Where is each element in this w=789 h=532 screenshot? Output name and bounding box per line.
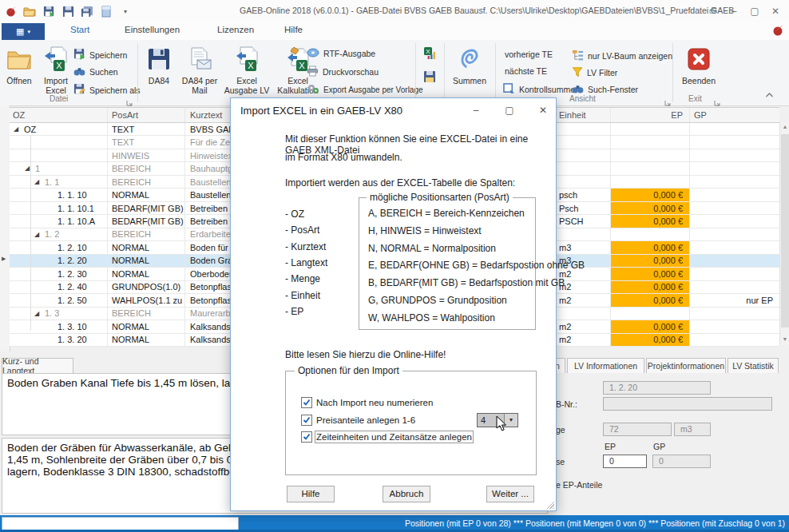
ep-cell: 0,000 € (611, 189, 690, 200)
ep-cell: 0,000 € (611, 255, 690, 267)
save-export-icon[interactable] (42, 4, 56, 18)
kontrollsummen-button[interactable]: Kontrollsummen (503, 83, 580, 96)
tab-projektinformationen[interactable]: Projektinformationen (646, 358, 726, 373)
new-document-icon[interactable] (99, 4, 113, 18)
excel-ausgabe-lv-button[interactable]: X Excel Ausgabe LV (224, 45, 270, 95)
checkbox-icon[interactable] (301, 397, 312, 408)
da84-button[interactable]: DA84 (141, 45, 176, 85)
tab-kurz-und-langtext[interactable]: Kurz- und Langtext (2, 358, 73, 373)
ribbon-style-icon[interactable]: 🗗 (703, 2, 724, 20)
gp-cell (690, 308, 779, 320)
resize-grip[interactable] (545, 500, 554, 509)
import-excel-button[interactable]: X Import Excel (38, 45, 73, 95)
oz-cell: ◢1. 3 (10, 308, 108, 320)
save-as-button[interactable]: Speichern als (73, 83, 141, 97)
save-all-icon[interactable] (80, 4, 94, 18)
tab-lv-informationen[interactable]: LV Informationen (567, 358, 644, 373)
group-label-ansicht: Ansicht (569, 94, 596, 103)
gp-field[interactable]: 0 (652, 455, 711, 468)
oz-cell: 1. 2. 30 (10, 268, 108, 280)
cancel-button[interactable]: Abbruch (383, 486, 430, 502)
oz-value: 1. 3. 20 (10, 335, 87, 344)
scroll-down-icon[interactable]: ▼ (780, 334, 789, 345)
about-logo-icon[interactable] (771, 24, 784, 40)
option-label[interactable]: Zeiteinheiten und Zeitansätze anlegen (316, 432, 472, 442)
maximize-button[interactable]: ▢ (744, 2, 765, 20)
beenden-button[interactable]: Beenden (677, 45, 720, 85)
ep-cell (611, 308, 690, 320)
druckvorschau-button[interactable]: Druckvorschau (307, 66, 379, 78)
da84-per-mail-button[interactable]: DA84 per Mail (179, 45, 220, 95)
import-column-item: - EP (285, 306, 303, 317)
header-posart[interactable]: PosArt (108, 108, 185, 122)
tab-hilfe[interactable]: Hilfe (284, 25, 303, 34)
svg-text:X: X (248, 61, 254, 70)
vorherige-te-button[interactable]: vorherige TE (505, 50, 553, 59)
tab-einstellungen[interactable]: Einstellungen (125, 25, 180, 34)
naechste-te-button[interactable]: nächste TE (505, 66, 547, 76)
app-menu-button[interactable]: ▦▾ (2, 23, 45, 40)
tree-expand-icon[interactable]: ◢ (34, 231, 39, 238)
scroll-up-icon[interactable]: ▲ (780, 121, 789, 133)
gp-cell (690, 215, 779, 227)
application-window: ▾ GAEB-Online 2018 (v6.0.0.1) - GAEB-Dat… (0, 0, 789, 532)
dialog-maximize-button[interactable]: ▢ (502, 103, 517, 117)
tree-expand-icon[interactable]: ◢ (34, 178, 39, 185)
status-progress-box (2, 517, 239, 530)
menge-field[interactable]: 72 (603, 423, 672, 436)
save-button[interactable]: Speichern (73, 48, 127, 62)
next-button[interactable]: Weiter ... (486, 486, 534, 502)
quick-access-dropdown-icon[interactable]: ▾ (118, 4, 133, 18)
tab-lv-statistik[interactable]: LV Statistik (728, 358, 779, 373)
oz-value: 1. 1. 10 (10, 190, 87, 200)
minimize-button[interactable]: – (724, 2, 744, 20)
header-ep[interactable]: EP (611, 108, 690, 122)
scrollbar-thumb[interactable] (781, 134, 789, 328)
options-legend: Optionen für den Import (295, 365, 402, 376)
header-oz[interactable]: OZ (10, 108, 108, 122)
summen-button[interactable]: Summen (449, 45, 490, 85)
tab-start[interactable]: Start (70, 25, 89, 34)
option-label[interactable]: Nach Import neu numerieren (316, 398, 433, 407)
app-menu-icon: ▦ (16, 26, 24, 37)
checkbox-icon[interactable] (301, 431, 312, 443)
oz-field[interactable]: 1. 2. 20 (603, 381, 711, 395)
import-excel-dialog: Import EXCEL in ein GAEB-LV X80 – ▢ ✕ Mi… (230, 97, 557, 511)
datei-dialog-launcher-icon[interactable] (126, 96, 133, 103)
tree-expand-icon[interactable]: ◢ (34, 310, 39, 317)
ep-input[interactable]: 0 (603, 455, 647, 468)
stlb-field[interactable] (603, 397, 772, 411)
einheit-cell: psch (553, 189, 611, 200)
close-button[interactable]: ✕ (765, 2, 786, 20)
header-einheit[interactable]: Einheit (553, 108, 611, 122)
posart-item: W, WAHLPOS = Wahlposition (368, 312, 495, 324)
excel-statistik-button[interactable]: X (423, 46, 438, 63)
help-button[interactable]: Hilfe (287, 486, 335, 502)
tree-expand-icon[interactable]: ◢ (14, 125, 18, 133)
mail-document-icon (179, 45, 220, 73)
option-label[interactable]: Preisanteile anlegen 1-6 (316, 415, 415, 425)
dialog-minimize-button[interactable]: – (469, 103, 483, 117)
ansicht-dialog-launcher-icon[interactable] (664, 96, 672, 103)
search-button[interactable]: Suchen (73, 66, 118, 78)
collapse-ribbon-icon[interactable] (765, 91, 774, 100)
tree-expand-icon[interactable]: ◢ (25, 165, 30, 172)
tab-lizenzen[interactable]: Lizenzen (217, 25, 254, 34)
lv-filter-button[interactable]: LV Filter (572, 66, 617, 79)
rtf-ausgabe-button[interactable]: RTF-Ausgabe (307, 48, 375, 59)
export-vorlage-button[interactable]: Export Ausgabe per Vorlage (307, 83, 423, 96)
table-vertical-scrollbar[interactable]: ▲ ▼ (779, 121, 789, 345)
open-button[interactable]: Öffnen (3, 45, 35, 85)
einheit-field[interactable]: m3 (674, 423, 711, 436)
splitter-expand-icon[interactable]: ▶ (2, 256, 6, 262)
header-gp[interactable]: GP (690, 108, 779, 122)
save-icon[interactable] (61, 4, 75, 18)
ep-column-label: EP (605, 442, 616, 451)
oz-cell (10, 149, 108, 161)
dialog-close-button[interactable]: ✕ (536, 103, 550, 117)
lv-baum-button[interactable]: nur LV-Baum anzeigen (572, 50, 672, 62)
save-view-button[interactable] (423, 70, 436, 86)
exit-dialog-launcher-icon[interactable] (714, 96, 721, 103)
checkbox-icon[interactable] (301, 415, 312, 426)
open-file-icon[interactable] (22, 4, 37, 18)
